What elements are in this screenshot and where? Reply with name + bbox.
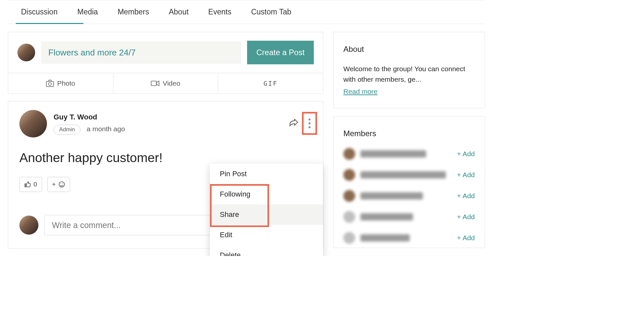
post-composer: Create a Post Photo Video GIF bbox=[8, 32, 323, 94]
post-timestamp: a month ago bbox=[87, 125, 125, 133]
member-add-button[interactable]: + Add bbox=[457, 192, 475, 200]
members-title: Members bbox=[343, 129, 475, 138]
member-add-button[interactable]: + Add bbox=[457, 213, 475, 221]
smiley-icon bbox=[58, 181, 65, 188]
member-avatar bbox=[343, 211, 355, 223]
member-name-blurred bbox=[360, 192, 423, 200]
like-count: 0 bbox=[34, 181, 37, 188]
menu-pin-post[interactable]: Pin Post bbox=[210, 164, 323, 184]
svg-rect-0 bbox=[46, 81, 54, 87]
like-button[interactable]: 0 bbox=[19, 177, 42, 192]
about-read-more[interactable]: Read more bbox=[343, 88, 378, 95]
gif-label: GIF bbox=[264, 80, 278, 87]
menu-delete[interactable]: Delete bbox=[210, 245, 323, 256]
post-author-name[interactable]: Guy T. Wood bbox=[54, 113, 125, 121]
member-avatar bbox=[343, 169, 355, 181]
member-avatar bbox=[343, 148, 355, 160]
thumbs-up-icon bbox=[24, 181, 31, 188]
create-post-button[interactable]: Create a Post bbox=[247, 41, 314, 64]
member-add-button[interactable]: + Add bbox=[457, 150, 475, 158]
tab-custom[interactable]: Custom Tab bbox=[251, 8, 291, 16]
svg-point-6 bbox=[59, 182, 64, 187]
tab-discussion[interactable]: Discussion bbox=[21, 8, 58, 16]
attach-photo-label: Photo bbox=[57, 79, 75, 87]
member-avatar bbox=[343, 190, 355, 202]
svg-point-5 bbox=[309, 126, 310, 128]
tab-members[interactable]: Members bbox=[118, 8, 149, 16]
video-icon bbox=[151, 80, 159, 87]
composer-input[interactable] bbox=[41, 41, 241, 64]
active-tab-underline bbox=[16, 23, 83, 24]
about-card: About Welcome to the group! You can conn… bbox=[333, 32, 485, 108]
member-row: + Add bbox=[343, 211, 475, 223]
member-row: + Add bbox=[343, 190, 475, 202]
post-body-text: Another happy customer! bbox=[19, 151, 312, 165]
attach-photo-button[interactable]: Photo bbox=[8, 73, 113, 94]
plus-icon: + bbox=[52, 181, 56, 188]
svg-point-1 bbox=[48, 83, 51, 86]
composer-avatar bbox=[17, 44, 35, 61]
member-add-button[interactable]: + Add bbox=[457, 171, 475, 179]
svg-rect-2 bbox=[151, 81, 156, 86]
post-author-avatar[interactable] bbox=[19, 110, 47, 137]
member-avatar bbox=[343, 232, 355, 244]
member-row: + Add bbox=[343, 169, 475, 181]
group-tabs: Discussion Media Members About Events Cu… bbox=[8, 0, 485, 24]
post-more-button[interactable] bbox=[305, 114, 314, 133]
member-name-blurred bbox=[360, 150, 426, 158]
share-icon[interactable] bbox=[289, 119, 298, 128]
member-row: + Add bbox=[343, 232, 475, 244]
tab-media[interactable]: Media bbox=[77, 8, 98, 16]
camera-icon bbox=[46, 80, 54, 87]
member-name-blurred bbox=[360, 234, 410, 242]
menu-share[interactable]: Share bbox=[210, 204, 323, 225]
member-name-blurred bbox=[360, 213, 413, 220]
member-add-button[interactable]: + Add bbox=[457, 234, 475, 242]
post-more-menu: Pin Post Following Share Edit Delete bbox=[210, 164, 323, 256]
post-author-badge: Admin bbox=[54, 125, 80, 135]
menu-following[interactable]: Following bbox=[210, 184, 323, 204]
menu-edit[interactable]: Edit bbox=[210, 225, 323, 245]
svg-point-4 bbox=[309, 122, 310, 124]
tab-about[interactable]: About bbox=[169, 8, 189, 16]
tab-events[interactable]: Events bbox=[208, 8, 231, 16]
comment-avatar bbox=[19, 216, 38, 235]
about-text: Welcome to the group! You can connect wi… bbox=[343, 64, 475, 84]
member-name-blurred bbox=[360, 171, 446, 178]
svg-point-8 bbox=[62, 183, 63, 184]
attach-video-label: Video bbox=[163, 79, 180, 87]
add-reaction-button[interactable]: + bbox=[47, 177, 70, 192]
svg-point-3 bbox=[309, 118, 310, 120]
svg-point-7 bbox=[60, 183, 61, 184]
member-row: + Add bbox=[343, 148, 475, 160]
attach-video-button[interactable]: Video bbox=[113, 73, 218, 94]
attach-gif-button[interactable]: GIF bbox=[218, 73, 323, 94]
members-card: Members + Add + Add + Add + Add bbox=[333, 116, 485, 248]
more-button-highlight bbox=[302, 112, 317, 135]
about-title: About bbox=[343, 45, 475, 54]
